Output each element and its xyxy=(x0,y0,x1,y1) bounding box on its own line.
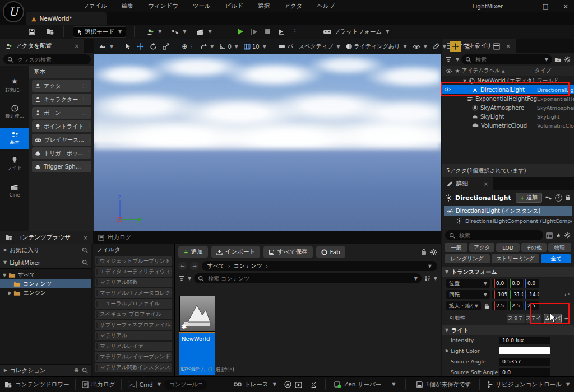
view-mode-dropdown[interactable]: ライティングあり▼ xyxy=(344,41,409,52)
location-dropdown[interactable]: 位置▼ xyxy=(446,279,490,288)
select-mode-dropdown[interactable]: 選択モード ▼ xyxy=(73,26,126,38)
content-search-input[interactable] xyxy=(207,275,410,282)
filter-material-layer-blend[interactable]: マテリアルレイヤーブレンド xyxy=(95,352,172,362)
rotation-snap-dropdown[interactable]: 0▼ xyxy=(217,41,240,52)
menu-help[interactable]: ヘルプ xyxy=(317,2,335,10)
eject-advance-button[interactable] xyxy=(277,29,285,35)
screenshot-icon[interactable] xyxy=(295,381,302,388)
outliner-row-volumetric-cloud[interactable]: VolumetricCloud VolumetricCloud xyxy=(442,121,574,130)
expand-chevron-icon[interactable]: ▼ xyxy=(463,78,466,83)
rotation-x-field[interactable]: -105.0 xyxy=(492,290,507,299)
level-viewport[interactable]: Z Y ▼ ⊕⋮ ▼ 0▼ xyxy=(94,39,441,231)
favorites-header[interactable]: ▼ お気に入り xyxy=(0,244,91,256)
frame-skip-button[interactable] xyxy=(251,29,258,35)
sort-icon[interactable] xyxy=(424,276,431,282)
tree-item-content-selected[interactable]: コンテンツ xyxy=(0,279,91,288)
cinematics-dropdown[interactable]: ▼ xyxy=(192,26,215,38)
menu-edit[interactable]: 編集 xyxy=(122,2,133,10)
fab-button[interactable]: Fab xyxy=(316,246,345,258)
mobility-static-button[interactable]: スタテ xyxy=(507,314,525,323)
add-content-button[interactable]: +追加 xyxy=(178,246,208,258)
tab-misc[interactable]: その他 xyxy=(521,243,547,252)
surface-snapping-dropdown[interactable]: ▼ xyxy=(198,41,216,52)
search-icon[interactable] xyxy=(82,247,88,253)
location-y-field[interactable]: 0.0 xyxy=(508,279,523,288)
gear-icon[interactable] xyxy=(564,56,571,63)
perspective-dropdown[interactable]: パースペクティブ▼ xyxy=(276,41,342,52)
light-color-swatch[interactable] xyxy=(499,347,550,354)
tree-item-engine[interactable]: ▼ エンジン xyxy=(0,288,91,297)
outliner-row-directional-light[interactable]: DirectionalLight DirectionalLight xyxy=(442,85,574,94)
chevron-down-icon[interactable]: ▼ xyxy=(456,57,459,62)
close-icon[interactable]: × xyxy=(506,43,511,49)
tab-streaming[interactable]: ストリーミング xyxy=(492,254,540,263)
close-button[interactable]: × xyxy=(556,0,574,12)
search-icon[interactable] xyxy=(82,259,88,265)
add-folder-icon[interactable] xyxy=(554,57,562,63)
close-icon[interactable]: × xyxy=(75,43,79,49)
placeable-pawn[interactable]: ポーン⋮⋮ xyxy=(32,107,91,119)
placeable-actor[interactable]: アクタ⋮⋮ xyxy=(32,80,91,92)
tab-all[interactable]: 全て xyxy=(541,254,571,263)
chevron-down-icon[interactable]: ▼ xyxy=(188,276,191,281)
content-drawer-button[interactable]: コンテンツドロワー xyxy=(4,381,69,389)
cmd-dropdown[interactable]: >_ Cmd ▼ xyxy=(128,381,161,388)
filter-material[interactable]: マテリアル xyxy=(95,331,172,340)
gear-icon[interactable] xyxy=(564,232,571,239)
unreal-engine-logo-icon[interactable]: U xyxy=(3,1,24,22)
browse-content-icon[interactable] xyxy=(46,28,54,35)
tab-physics[interactable]: 物理 xyxy=(548,243,571,252)
blueprints-dropdown[interactable]: ▼ xyxy=(168,26,190,38)
tab-content-browser[interactable]: コンテンツブラウザ × xyxy=(0,231,93,244)
pinned-column-star-icon[interactable]: ★ xyxy=(453,68,462,74)
asset-tile-newworld[interactable]: ✱ NewWorld レベル xyxy=(179,296,216,375)
viewport-settings-dropdown[interactable]: ▼ xyxy=(462,41,480,52)
collections-header[interactable]: ▼ コレクション ⊕ xyxy=(0,364,91,376)
location-x-field[interactable]: 0.0 xyxy=(492,279,507,288)
type-column-header[interactable]: タイプ xyxy=(535,67,572,74)
add-collection-icon[interactable]: ⊕ xyxy=(74,367,79,374)
minimize-button[interactable]: – xyxy=(516,0,535,12)
filter-subsurface-profile[interactable]: サブサーフェスプロファイル xyxy=(95,320,172,330)
category-favorites[interactable]: ★ お気に... xyxy=(0,74,29,96)
display-settings-icon[interactable] xyxy=(546,232,553,239)
show-flags-dropdown[interactable]: ▼ xyxy=(410,41,429,52)
intensity-field[interactable]: 10.0 lux xyxy=(499,337,550,344)
class-search-box[interactable] xyxy=(3,54,91,64)
mobility-movable-button[interactable]: ムーバ xyxy=(544,314,562,323)
class-search-input[interactable] xyxy=(16,56,87,63)
tab-output-log[interactable]: 出力ログ xyxy=(93,231,147,244)
content-search-box[interactable]: ▼ xyxy=(194,273,422,283)
rotation-y-field[interactable]: -31.0 xyxy=(508,290,523,299)
search-icon[interactable] xyxy=(82,367,88,374)
save-all-button[interactable]: すべて保存 xyxy=(263,246,312,258)
help-icon[interactable]: ? xyxy=(555,194,562,202)
transform-section-header[interactable]: ▼ トランスフォーム xyxy=(442,267,574,277)
outliner-search-box[interactable]: ▼ xyxy=(461,54,552,64)
placeable-trigger-box[interactable]: トリガーボッ...⋮⋮ xyxy=(32,147,91,159)
category-basic[interactable]: 基本 xyxy=(0,128,29,149)
category-cinematic[interactable]: Cine xyxy=(0,181,29,200)
favorites-star-icon[interactable]: ★ xyxy=(556,232,561,239)
revision-control-dropdown[interactable]: リビジョンコントロール ▼ xyxy=(487,381,570,389)
scale-y-field[interactable]: 2.5 xyxy=(508,301,523,310)
reset-mobility-icon[interactable]: ↩ xyxy=(564,315,570,322)
maximize-viewport-icon[interactable] xyxy=(493,43,500,50)
breadcrumb[interactable]: すべて › コンテンツ › ▼ xyxy=(202,261,437,271)
scale-lock-icon[interactable] xyxy=(484,303,489,309)
select-tool-button[interactable] xyxy=(123,41,133,52)
zen-server-dropdown[interactable]: Zen サーバー ▼ xyxy=(334,381,395,389)
viewport-kebab-icon[interactable]: ⋮ xyxy=(484,43,490,50)
filter-icon[interactable] xyxy=(178,276,185,281)
placeable-player-start[interactable]: プレイヤース...⋮⋮ xyxy=(32,134,91,146)
filter-material-param-collection[interactable]: マテリアルパラメータコレクション xyxy=(95,288,172,298)
source-soft-angle-field[interactable]: 0.0 xyxy=(499,368,550,376)
rotate-tool-button[interactable] xyxy=(147,41,159,52)
platforms-dropdown[interactable]: プラットフォーム ▼ xyxy=(319,26,394,38)
breadcrumb-root[interactable]: すべて xyxy=(207,262,225,270)
outliner-row-sky-atmosphere[interactable]: SkyAtmosphere SkyAtmosphere xyxy=(442,103,574,112)
unsaved-button[interactable]: 1個が未保存です xyxy=(416,381,471,389)
visibility-column-eye-icon[interactable] xyxy=(444,69,453,73)
tab-lod[interactable]: LOD xyxy=(496,243,519,252)
rotation-dropdown[interactable]: 回転▼ xyxy=(446,290,490,299)
